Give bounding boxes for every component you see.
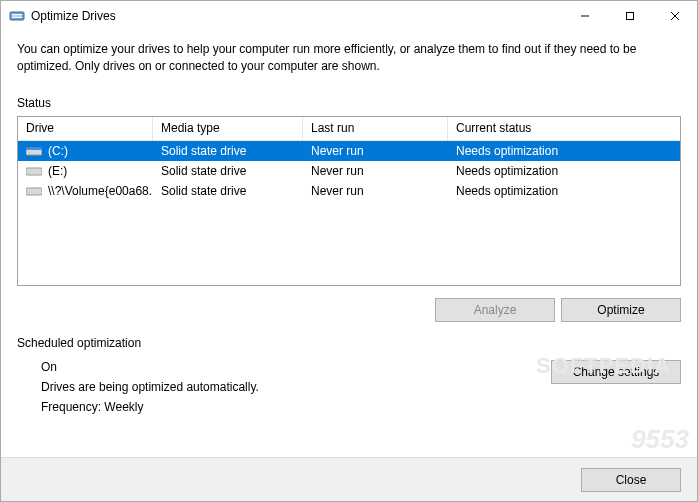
close-dialog-button[interactable]: Close (581, 468, 681, 492)
column-header-drive[interactable]: Drive (18, 117, 153, 140)
cell-media: Solid state drive (153, 184, 303, 198)
scheduled-desc: Drives are being optimized automatically… (41, 380, 551, 394)
svg-rect-4 (626, 12, 633, 19)
drive-name: (C:) (48, 144, 68, 158)
app-icon (9, 8, 25, 24)
change-settings-button[interactable]: Change settings (551, 360, 681, 384)
drive-listview[interactable]: Drive Media type Last run Current status… (17, 116, 681, 286)
cell-status: Needs optimization (448, 144, 680, 158)
system-drive-icon (26, 145, 42, 157)
svg-rect-2 (12, 16, 22, 18)
maximize-button[interactable] (607, 1, 652, 30)
svg-point-13 (28, 191, 30, 193)
cell-drive: \\?\Volume{e00a68... (18, 184, 153, 198)
status-label: Status (1, 92, 697, 116)
cell-last-run: Never run (303, 164, 448, 178)
cell-last-run: Never run (303, 144, 448, 158)
scheduled-freq: Frequency: Weekly (41, 400, 551, 414)
scheduled-label: Scheduled optimization (1, 322, 697, 350)
window-title: Optimize Drives (31, 9, 562, 23)
drive-list-header: Drive Media type Last run Current status (18, 117, 680, 141)
optimize-button[interactable]: Optimize (561, 298, 681, 322)
cell-drive: (C:) (18, 144, 153, 158)
close-button[interactable] (652, 1, 697, 30)
cell-last-run: Never run (303, 184, 448, 198)
cell-media: Solid state drive (153, 144, 303, 158)
cell-status: Needs optimization (448, 164, 680, 178)
action-row: Analyze Optimize (1, 286, 697, 322)
svg-rect-0 (10, 12, 24, 20)
cell-media: Solid state drive (153, 164, 303, 178)
cell-drive: (E:) (18, 164, 153, 178)
table-row[interactable]: \\?\Volume{e00a68...Solid state driveNev… (18, 181, 680, 201)
column-header-status[interactable]: Current status (448, 117, 680, 140)
table-row[interactable]: (C:)Solid state driveNever runNeeds opti… (18, 141, 680, 161)
window-controls (562, 1, 697, 30)
footer: Close (1, 457, 697, 501)
column-header-last[interactable]: Last run (303, 117, 448, 140)
analyze-button[interactable]: Analyze (435, 298, 555, 322)
drive-icon (26, 185, 42, 197)
description-text: You can optimize your drives to help you… (1, 31, 697, 92)
scheduled-body: On Drives are being optimized automatica… (1, 350, 697, 420)
svg-rect-12 (26, 188, 42, 195)
column-header-media[interactable]: Media type (153, 117, 303, 140)
svg-rect-1 (12, 14, 22, 16)
svg-point-11 (28, 171, 30, 173)
svg-rect-8 (26, 148, 42, 150)
svg-rect-10 (26, 168, 42, 175)
table-row[interactable]: (E:)Solid state driveNever runNeeds opti… (18, 161, 680, 181)
drive-name: (E:) (48, 164, 67, 178)
cell-status: Needs optimization (448, 184, 680, 198)
titlebar: Optimize Drives (1, 1, 697, 31)
drive-icon (26, 165, 42, 177)
svg-point-9 (28, 151, 30, 153)
drive-name: \\?\Volume{e00a68... (48, 184, 153, 198)
scheduled-state: On (41, 360, 551, 374)
watermark-site: 9553 (631, 424, 689, 455)
minimize-button[interactable] (562, 1, 607, 30)
